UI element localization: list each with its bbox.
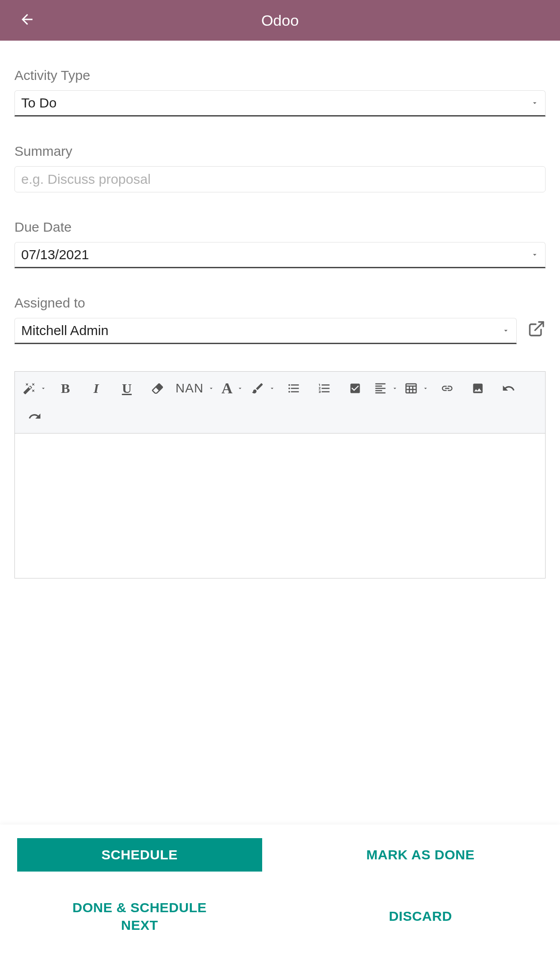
- image-button[interactable]: [465, 376, 491, 401]
- eraser-button[interactable]: [145, 376, 170, 401]
- chevron-down-icon: [531, 99, 539, 107]
- link-icon: [441, 382, 454, 395]
- value-due-date: 07/13/2021: [21, 247, 89, 262]
- checklist-button[interactable]: [342, 376, 368, 401]
- chevron-down-icon: [531, 251, 539, 259]
- label-due-date: Due Date: [14, 219, 546, 235]
- field-assigned-to: Assigned to Mitchell Admin: [14, 295, 546, 344]
- form-content: Activity Type To Do Summary Due Date 07/…: [0, 41, 560, 588]
- external-link-icon: [528, 320, 546, 338]
- chevron-down-icon: [237, 385, 243, 392]
- value-assigned-to: Mitchell Admin: [21, 323, 108, 338]
- redo-button[interactable]: [22, 404, 47, 429]
- chevron-down-icon: [422, 385, 429, 392]
- font-label-text: NAN: [176, 381, 204, 396]
- magic-wand-icon: [23, 382, 36, 395]
- color-button[interactable]: [250, 376, 276, 401]
- table-icon: [404, 382, 418, 395]
- external-link-button[interactable]: [528, 320, 546, 342]
- unordered-list-button[interactable]: [281, 376, 306, 401]
- chevron-down-icon: [208, 385, 214, 392]
- select-due-date[interactable]: 07/13/2021: [14, 242, 546, 268]
- editor-toolbar: B I U NAN A: [15, 372, 545, 434]
- undo-button[interactable]: [496, 376, 521, 401]
- italic-button[interactable]: I: [83, 376, 109, 401]
- bold-button[interactable]: B: [53, 376, 78, 401]
- font-family-button[interactable]: NAN: [176, 376, 214, 401]
- chevron-down-icon: [269, 385, 275, 392]
- field-activity-type: Activity Type To Do: [14, 68, 546, 117]
- magic-button[interactable]: [22, 376, 47, 401]
- value-activity-type: To Do: [21, 95, 56, 111]
- select-assigned-to[interactable]: Mitchell Admin: [14, 318, 517, 344]
- select-activity-type[interactable]: To Do: [14, 90, 546, 117]
- undo-icon: [502, 382, 515, 395]
- label-assigned-to: Assigned to: [14, 295, 546, 311]
- check-square-icon: [349, 382, 361, 395]
- app-header: Odoo: [0, 0, 560, 41]
- underline-button[interactable]: U: [114, 376, 139, 401]
- editor-body[interactable]: [15, 434, 545, 578]
- list-ul-icon: [287, 382, 301, 395]
- redo-icon: [28, 410, 42, 423]
- label-activity-type: Activity Type: [14, 68, 546, 83]
- font-size-button[interactable]: A: [220, 376, 245, 401]
- chevron-down-icon: [392, 385, 398, 392]
- ordered-list-button[interactable]: [312, 376, 337, 401]
- app-title: Odoo: [0, 12, 560, 29]
- table-button[interactable]: [404, 376, 429, 401]
- back-button[interactable]: [19, 11, 35, 29]
- chevron-down-icon: [502, 326, 510, 335]
- link-button[interactable]: [435, 376, 460, 401]
- svg-line-0: [535, 322, 543, 330]
- rich-text-editor: B I U NAN A: [14, 371, 546, 578]
- input-wrap-summary: [14, 166, 546, 192]
- align-left-icon: [374, 382, 387, 395]
- arrow-left-icon: [19, 11, 35, 28]
- image-icon: [472, 382, 484, 395]
- field-due-date: Due Date 07/13/2021: [14, 219, 546, 268]
- list-ol-icon: [318, 382, 331, 395]
- paint-brush-icon: [251, 382, 264, 395]
- chevron-down-icon: [40, 385, 46, 392]
- label-summary: Summary: [14, 144, 546, 159]
- eraser-icon: [151, 382, 164, 395]
- field-summary: Summary: [14, 144, 546, 192]
- align-button[interactable]: [373, 376, 398, 401]
- input-summary[interactable]: [21, 172, 539, 187]
